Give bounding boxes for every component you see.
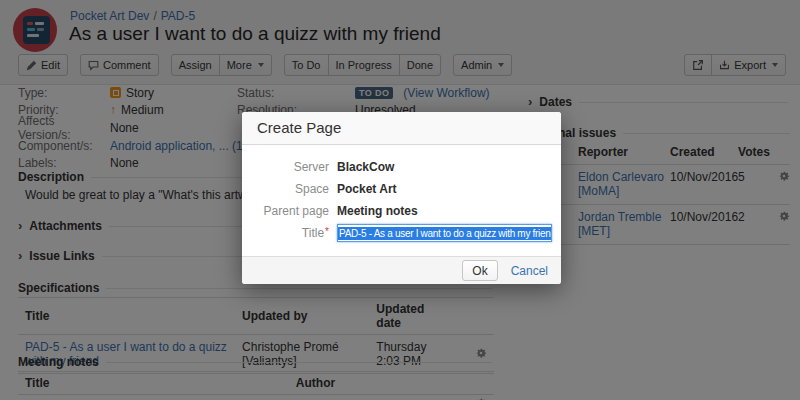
selected-input-text: PAD-5 - As a user I want to do a quizz w… <box>338 227 552 240</box>
dialog-field-parent-page: Parent page Meeting notes <box>242 201 561 221</box>
dialog-field-title: Title* PAD-5 - As a user I want to do a … <box>242 223 561 243</box>
parent-page-label: Parent page <box>242 204 337 218</box>
dialog-footer: Ok Cancel <box>242 256 561 284</box>
title-field-label: Title* <box>242 226 337 240</box>
dialog-title: Create Page <box>242 112 561 145</box>
parent-page-value: Meeting notes <box>337 204 418 218</box>
dialog-field-server: Server BlackCow <box>242 157 561 177</box>
page-title-input[interactable]: PAD-5 - As a user I want to do a quizz w… <box>337 224 552 242</box>
required-indicator: * <box>325 226 329 237</box>
space-value: Pocket Art <box>337 182 397 196</box>
ok-button[interactable]: Ok <box>462 260 497 281</box>
cancel-link[interactable]: Cancel <box>511 264 548 278</box>
create-page-dialog: Create Page Server BlackCow Space Pocket… <box>242 112 561 284</box>
server-value: BlackCow <box>337 160 394 174</box>
space-label: Space <box>242 182 337 196</box>
dialog-field-space: Space Pocket Art <box>242 179 561 199</box>
jira-issue-page: Pocket Art Dev/PAD-5 As a user I want to… <box>0 0 800 400</box>
server-label: Server <box>242 160 337 174</box>
